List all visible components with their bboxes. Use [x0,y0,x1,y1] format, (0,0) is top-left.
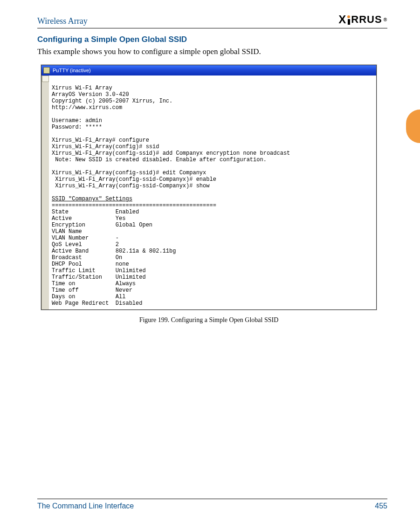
scroll-thumb[interactable] [42,75,49,82]
screenshot-block: PuTTY (inactive) Xirrus Wi-Fi Array Arra… [41,65,377,324]
scrollbar[interactable] [41,75,49,309]
logo-i-icon [347,14,350,25]
putty-window: PuTTY (inactive) Xirrus Wi-Fi Array Arra… [41,65,377,310]
section-heading: Configuring a Simple Open Global SSID [37,35,387,44]
terminal-area: Xirrus Wi-Fi Array ArrayOS Version 3.0-4… [41,75,376,309]
registered-mark: ® [384,17,387,22]
page-number: 455 [375,502,387,510]
doc-title: Wireless Array [37,16,88,26]
figure-caption: Figure 199. Configuring a Simple Open Gl… [41,316,377,324]
thumb-tab-icon [406,110,420,143]
logo-letter: RRUS [351,14,382,26]
footer-section: The Command Line Interface [37,502,134,510]
page-header: Wireless Array X RRUS ® [37,13,387,28]
brand-logo: X RRUS ® [338,13,387,26]
putty-window-title: PuTTY (inactive) [53,68,91,73]
logo-letter: X [338,13,346,26]
putty-titlebar: PuTTY (inactive) [41,65,376,75]
putty-icon [43,67,50,74]
section-intro: This example shows you how to configure … [37,47,387,56]
terminal-output: Xirrus Wi-Fi Array ArrayOS Version 3.0-4… [49,75,376,309]
page-footer: The Command Line Interface 455 [37,499,387,510]
